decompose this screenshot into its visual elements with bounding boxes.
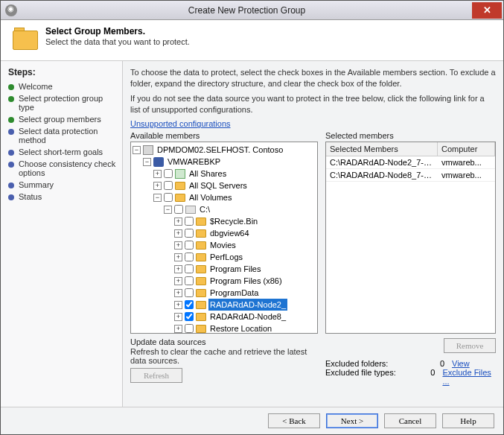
folder-label[interactable]: $Recycle.Bin — [208, 215, 259, 227]
page-title: Select Group Members. — [45, 26, 190, 36]
table-row[interactable]: C:\RADARdAD-Node8_7-26-6-...vmwareb... — [326, 169, 495, 182]
folder-label[interactable]: Movies — [208, 239, 237, 251]
table-row[interactable]: C:\RADARdAD-Node2_7-26-6-...vmwareb... — [326, 156, 495, 169]
tree-folder[interactable]: +dbgview64 — [133, 227, 317, 239]
tree-folder[interactable]: +$Recycle.Bin — [133, 215, 317, 227]
selected-table[interactable]: Selected Members Computer C:\RADARdAD-No… — [325, 142, 496, 334]
expand-toggle[interactable]: + — [174, 325, 182, 333]
tree-shares[interactable]: +All Shares — [133, 168, 317, 180]
step-short-term-goals[interactable]: Select short-term goals — [8, 147, 118, 156]
tree-folder[interactable]: +Movies — [133, 239, 317, 251]
folder-icon — [196, 313, 206, 321]
expand-toggle[interactable]: + — [174, 241, 182, 250]
steps-sidebar: Steps: Welcome Select protection group t… — [1, 61, 123, 407]
tree-folder[interactable]: +RADARdAD-Node8_ — [133, 311, 317, 323]
expand-toggle[interactable]: + — [174, 313, 182, 321]
folder-checkbox[interactable] — [185, 288, 194, 297]
expand-toggle[interactable]: + — [174, 301, 182, 309]
tree-folder[interactable]: +ProgramData — [133, 287, 317, 299]
sql-icon — [175, 182, 185, 190]
expand-toggle[interactable]: + — [174, 229, 182, 238]
drive-c-checkbox[interactable] — [174, 205, 183, 214]
folder-icon — [196, 241, 206, 250]
sql-checkbox[interactable] — [164, 181, 173, 190]
folder-checkbox[interactable] — [185, 217, 194, 226]
folder-checkbox[interactable] — [185, 253, 194, 261]
folder-checkbox[interactable] — [185, 229, 194, 238]
folder-icon — [196, 325, 206, 333]
step-welcome[interactable]: Welcome — [8, 82, 118, 91]
cell-member: C:\RADARdAD-Node2_7-26-6-... — [326, 156, 438, 168]
step-group-members[interactable]: Select group members — [8, 115, 118, 124]
tree-folder[interactable]: +Program Files — [133, 263, 317, 275]
folder-checkbox[interactable] — [185, 300, 194, 309]
volumes-checkbox[interactable] — [164, 193, 173, 202]
unsupported-config-link[interactable]: Unsupported configurations — [130, 119, 231, 128]
folder-icon — [196, 289, 206, 297]
update-section: Update data sources Refresh to clear the… — [130, 337, 318, 383]
folder-label[interactable]: dbgview64 — [208, 227, 251, 239]
folder-checkbox[interactable] — [185, 276, 194, 285]
tree-root[interactable]: −DPMDOM02.SELFHOST. Contoso — [133, 144, 317, 156]
refresh-button[interactable]: Refresh — [130, 368, 182, 383]
selected-label: Selected members — [325, 131, 496, 140]
table-header: Selected Members Computer — [326, 142, 495, 156]
expand-toggle[interactable]: + — [174, 265, 182, 273]
folder-checkbox[interactable] — [185, 241, 194, 250]
tree-folder[interactable]: +Restore Location — [133, 323, 317, 334]
folder-icon — [196, 265, 206, 273]
tree-volumes[interactable]: −All Volumes — [133, 191, 317, 203]
drive-icon — [185, 206, 196, 214]
remove-button[interactable]: Remove — [444, 338, 496, 353]
close-button[interactable]: ✕ — [472, 2, 502, 19]
available-label: Available members — [130, 131, 318, 140]
folder-checkbox[interactable] — [185, 324, 194, 333]
expand-toggle[interactable]: + — [174, 218, 182, 226]
folder-label[interactable]: PerfLogs — [208, 251, 244, 263]
folder-icon — [196, 253, 206, 261]
step-protection-method[interactable]: Select data protection method — [8, 127, 118, 145]
folder-checkbox[interactable] — [185, 312, 194, 321]
help-button[interactable]: Help — [442, 413, 494, 428]
available-tree[interactable]: −DPMDOM02.SELFHOST. Contoso −VMWAREBKP +… — [130, 142, 318, 334]
folder-label[interactable]: ProgramData — [208, 287, 260, 299]
tree-folder[interactable]: +RADARdAD-Node2_ — [133, 299, 317, 311]
cell-computer: vmwareb... — [438, 169, 495, 181]
app-icon — [5, 4, 17, 16]
expand-toggle[interactable]: + — [174, 289, 182, 297]
expand-toggle[interactable]: + — [174, 277, 182, 285]
folder-icon — [196, 218, 206, 226]
next-button[interactable]: Next > — [326, 413, 378, 428]
back-button[interactable]: < Back — [268, 413, 320, 428]
folder-icon — [13, 28, 38, 50]
folder-label[interactable]: Program Files — [208, 263, 262, 275]
vm-icon — [153, 157, 164, 167]
intro-text: To choose the data to protect, select th… — [130, 67, 496, 130]
step-consistency-check[interactable]: Choose consistency check options — [8, 159, 118, 177]
expand-toggle[interactable]: + — [174, 253, 182, 261]
exclude-files-link[interactable]: Exclude Files ... — [442, 368, 496, 386]
step-summary[interactable]: Summary — [8, 180, 118, 189]
tree-drive-c[interactable]: −C:\ — [133, 203, 317, 215]
folder-checkbox[interactable] — [185, 264, 194, 273]
folder-label[interactable]: RADARdAD-Node2_ — [208, 299, 287, 311]
tree-folder[interactable]: +Program Files (x86) — [133, 275, 317, 287]
folder-label[interactable]: Restore Location — [208, 323, 273, 334]
tree-sql[interactable]: +All SQL Servers — [133, 180, 317, 191]
folder-label[interactable]: Program Files (x86) — [208, 275, 284, 287]
cell-member: C:\RADARdAD-Node8_7-26-6-... — [326, 169, 438, 181]
tree-vm[interactable]: −VMWAREBKP — [133, 156, 317, 168]
excluded-types-label: Excluded file types: — [325, 368, 415, 386]
wizard-footer: < Back Next > Cancel Help — [1, 407, 503, 434]
cancel-button[interactable]: Cancel — [384, 413, 436, 428]
folder-label[interactable]: RADARdAD-Node8_ — [208, 311, 287, 323]
shares-checkbox[interactable] — [164, 169, 173, 178]
excluded-types-count: 0 — [415, 368, 436, 386]
step-status[interactable]: Status — [8, 192, 118, 201]
server-icon — [143, 145, 153, 155]
view-excluded-link[interactable]: View — [452, 359, 470, 368]
step-group-type[interactable]: Select protection group type — [8, 94, 118, 112]
tree-folder[interactable]: +PerfLogs — [133, 251, 317, 263]
excluded-folders-label: Excluded folders: — [325, 359, 422, 368]
folder-icon — [196, 229, 206, 238]
